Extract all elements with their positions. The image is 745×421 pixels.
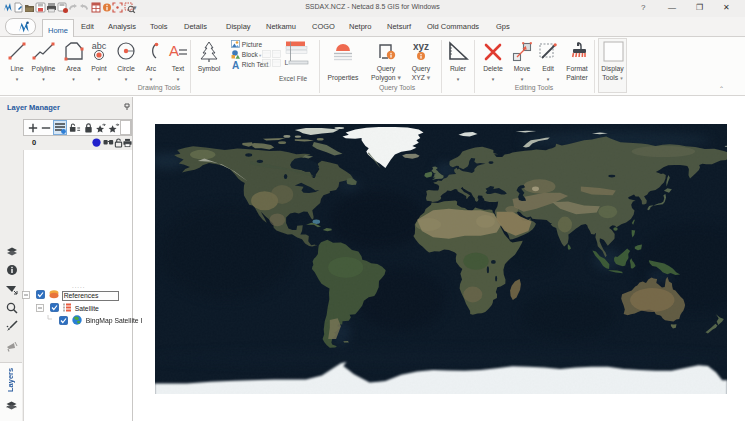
svg-text:A: A xyxy=(232,60,239,69)
svg-text:A: A xyxy=(169,42,179,59)
svg-text:xyz: xyz xyxy=(413,41,429,52)
svg-text:abc: abc xyxy=(92,41,107,51)
svg-text:L: L xyxy=(285,59,289,66)
